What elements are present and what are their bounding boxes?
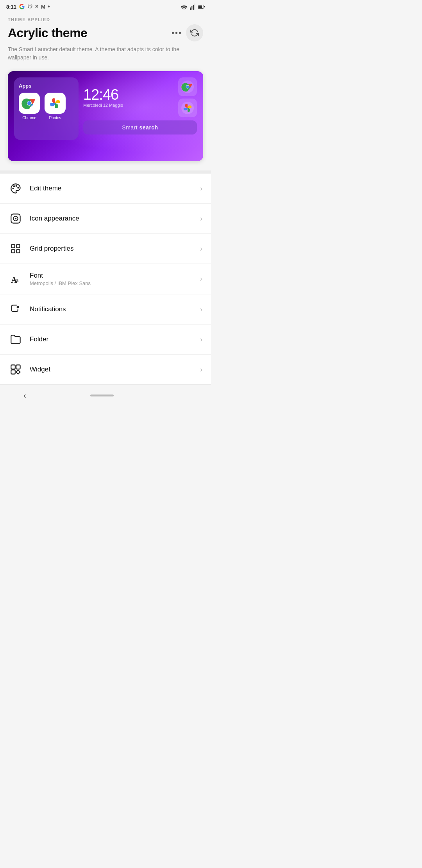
signal-icon <box>190 4 195 10</box>
svg-rect-1 <box>190 7 191 10</box>
menu-list: Edit theme › Icon appearance › <box>0 174 211 384</box>
header: THEME APPLIED Acrylic theme ••• The Smar… <box>0 13 211 70</box>
widget-title: Widget <box>30 366 193 373</box>
svg-point-32 <box>16 305 20 308</box>
svg-point-20 <box>14 186 14 187</box>
section-divider <box>0 170 211 174</box>
status-time: 8:11 <box>6 4 16 10</box>
font-text: Font Metropolis / IBM Plex Sans <box>30 272 193 286</box>
photos-svg-icon <box>47 95 63 111</box>
svg-point-21 <box>13 188 13 189</box>
svg-point-0 <box>183 9 184 9</box>
preview-top-row: 12:46 Mercoledi 12 Maggio <box>83 77 197 117</box>
svg-rect-4 <box>194 4 195 10</box>
notifications-icon <box>9 302 23 316</box>
theme-description: The Smart Launcher default theme. A them… <box>8 45 203 62</box>
apps-folder: Apps <box>14 77 79 140</box>
wifi-icon <box>181 4 188 9</box>
font-icon: A a <box>9 272 23 286</box>
font-subtitle: Metropolis / IBM Plex Sans <box>30 280 193 286</box>
clock-time: 12:46 <box>83 87 174 102</box>
svg-rect-25 <box>12 245 15 248</box>
menu-item-widget[interactable]: Widget › <box>0 355 211 384</box>
dot-icon: • <box>48 3 50 10</box>
menu-item-font[interactable]: A a Font Metropolis / IBM Plex Sans › <box>0 264 211 294</box>
clock-date: Mercoledi 12 Maggio <box>83 103 174 108</box>
menu-item-edit-theme[interactable]: Edit theme › <box>0 174 211 204</box>
svg-rect-28 <box>16 249 20 253</box>
icon-appearance-title: Icon appearance <box>30 215 193 222</box>
chevron-grid-properties: › <box>200 245 202 253</box>
apps-icons-row: Chrome <box>19 93 74 120</box>
svg-point-19 <box>18 187 18 188</box>
grid-properties-text: Grid properties <box>30 245 193 253</box>
svg-rect-6 <box>198 5 202 8</box>
folder-icon <box>9 332 23 346</box>
menu-item-notifications[interactable]: Notifications › <box>0 294 211 325</box>
folder-text: Folder <box>30 335 193 343</box>
svg-rect-3 <box>193 5 194 10</box>
search-bar: Smart search <box>83 120 197 135</box>
mini-chrome-icon <box>178 77 197 96</box>
svg-text:a: a <box>16 277 19 283</box>
menu-item-folder[interactable]: Folder › <box>0 325 211 355</box>
notifications-text: Notifications <box>30 305 193 313</box>
chevron-widget: › <box>200 366 202 374</box>
widget-text: Widget <box>30 366 193 373</box>
menu-item-grid-properties[interactable]: Grid properties › <box>0 234 211 264</box>
apps-folder-title: Apps <box>19 83 74 89</box>
chrome-svg-icon <box>21 95 37 111</box>
icon-appearance-text: Icon appearance <box>30 215 193 222</box>
more-button[interactable]: ••• <box>172 29 182 38</box>
grid-icon <box>9 242 23 256</box>
chevron-font: › <box>200 275 202 283</box>
svg-point-18 <box>16 185 17 186</box>
svg-rect-35 <box>11 370 15 374</box>
chrome-app-wrap: Chrome <box>19 93 40 120</box>
svg-rect-34 <box>16 365 20 369</box>
back-button[interactable]: ‹ <box>23 391 26 400</box>
font-title: Font <box>30 272 193 280</box>
theme-title-row: Acrylic theme ••• <box>8 24 203 41</box>
refresh-button[interactable] <box>186 24 203 41</box>
bottom-nav: ‹ <box>0 384 211 408</box>
chevron-folder: › <box>200 335 202 344</box>
chrome-app-icon <box>19 93 40 114</box>
svg-point-24 <box>15 218 17 220</box>
mini-photos-icon <box>178 99 197 117</box>
theme-applied-label: THEME APPLIED <box>8 17 203 22</box>
svg-rect-33 <box>11 365 15 369</box>
status-time-group: 8:11 🛡 ✕ M • <box>6 3 50 10</box>
search-text: Smart search <box>122 124 158 131</box>
chevron-notifications: › <box>200 305 202 314</box>
status-bar: 8:11 🛡 ✕ M • <box>0 0 211 13</box>
chrome-label: Chrome <box>22 116 36 120</box>
menu-item-icon-appearance[interactable]: Icon appearance › <box>0 204 211 234</box>
mail-icon: M <box>41 4 45 10</box>
mini-icons <box>178 77 197 117</box>
battery-icon <box>198 4 205 9</box>
x-icon: ✕ <box>35 4 39 9</box>
photos-app-icon <box>45 93 66 114</box>
preview-right: 12:46 Mercoledi 12 Maggio <box>83 77 197 135</box>
photos-label: Photos <box>49 116 61 120</box>
theme-title: Acrylic theme <box>8 26 87 40</box>
edit-theme-title: Edit theme <box>30 185 193 192</box>
status-icons <box>181 4 205 10</box>
svg-point-11 <box>27 101 31 105</box>
theme-preview: Apps <box>8 71 203 161</box>
photos-app-wrap: Photos <box>45 93 66 120</box>
notifications-title: Notifications <box>30 305 193 313</box>
widget-icon <box>9 362 23 377</box>
shield-icon: 🛡 <box>27 4 32 10</box>
preview-inner: Apps <box>8 71 203 161</box>
edit-theme-text: Edit theme <box>30 185 193 192</box>
svg-rect-7 <box>204 6 205 7</box>
clock-widget: 12:46 Mercoledi 12 Maggio <box>83 87 174 108</box>
svg-rect-26 <box>16 245 20 248</box>
chevron-edit-theme: › <box>200 185 202 193</box>
svg-point-16 <box>186 85 189 88</box>
grid-properties-title: Grid properties <box>30 245 193 253</box>
svg-rect-2 <box>191 6 192 10</box>
header-actions: ••• <box>172 24 203 41</box>
